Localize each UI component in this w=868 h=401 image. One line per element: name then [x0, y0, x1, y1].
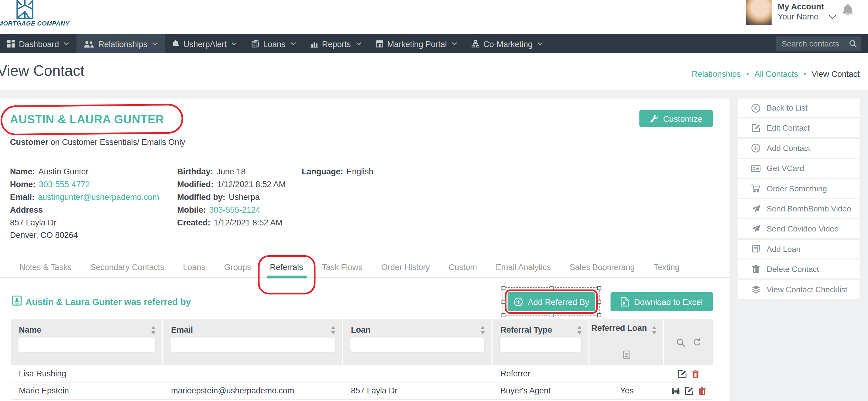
excel-file-icon	[621, 297, 629, 306]
account-user-name: Your Name	[778, 11, 818, 21]
customize-button[interactable]: Customize	[639, 110, 713, 127]
sort-asc-icon	[652, 326, 656, 329]
breadcrumb-all-contacts[interactable]: All Contacts	[754, 69, 798, 79]
action-send-bombbomb-video[interactable]: Send BombBomb Video	[738, 199, 860, 218]
edit-icon[interactable]	[685, 387, 693, 395]
circle-plus-icon	[514, 297, 523, 306]
back-circle-icon	[751, 103, 761, 113]
customize-label: Customize	[663, 114, 703, 123]
nav-item-usherpalert[interactable]: UsherpAlert	[165, 34, 244, 53]
account-chevron-down-icon[interactable]	[829, 14, 836, 19]
notifications-bell-icon[interactable]	[842, 4, 854, 17]
send-icon	[751, 205, 761, 213]
nav-item-dashboard[interactable]: Dashboard	[0, 34, 76, 53]
tab-sales-boomerang[interactable]: Sales Boomerang	[570, 260, 635, 278]
user-avatar[interactable]	[746, 0, 772, 25]
view-loan-binoculars-icon[interactable]	[672, 387, 680, 394]
cell-actions	[664, 365, 713, 382]
add-referred-by-button[interactable]: Add Referred By	[508, 292, 595, 311]
tab-task-flows[interactable]: Task Flows	[322, 260, 362, 278]
detail-label: Language:	[302, 166, 343, 176]
trash-icon	[751, 265, 761, 273]
tab-referrals[interactable]: Referrals	[270, 260, 303, 278]
sort-toggle[interactable]	[331, 326, 335, 334]
breadcrumb-relationships[interactable]: Relationships	[692, 69, 741, 79]
referred-loan-filter-icon[interactable]	[623, 350, 630, 359]
filter-email-input[interactable]	[170, 337, 335, 353]
delete-icon[interactable]	[699, 387, 706, 395]
action-edit-contact[interactable]: Edit Contact	[738, 119, 860, 137]
action-get-vcard[interactable]: Get VCard	[738, 159, 860, 178]
company-name: MORTGAGE COMPANY	[0, 20, 69, 27]
action-label: Order Something	[767, 184, 827, 193]
sort-toggle[interactable]	[652, 326, 656, 334]
action-add-contact[interactable]: Add Contact	[738, 139, 860, 158]
action-send-covideo-video[interactable]: Send Covideo Video	[738, 219, 860, 238]
nav-item-reports[interactable]: Reports	[303, 34, 369, 53]
bar-chart-icon	[310, 40, 318, 48]
nav-item-marketing-portal[interactable]: Marketing Portal	[369, 34, 465, 53]
table-row[interactable]: Lisa Rushing Referrer	[11, 365, 713, 382]
action-label: Add Contact	[767, 144, 810, 153]
contact-actions-sidebar: Back to List Edit Contact Add Contact Ge…	[738, 98, 860, 300]
cell-loan: 857 Layla Dr	[343, 382, 493, 399]
table-row[interactable]: Marie Epstein marieepstein@usherpademo.c…	[11, 382, 713, 399]
layers-icon	[751, 285, 761, 293]
action-back-to-list[interactable]: Back to List	[738, 98, 860, 117]
tab-notes-tasks[interactable]: Notes & Tasks	[20, 260, 72, 278]
detail-label: Modified:	[177, 179, 214, 189]
nav-label: Relationships	[98, 39, 147, 48]
action-add-loan[interactable]: Add Loan	[738, 239, 860, 258]
page-title: View Contact	[0, 63, 85, 80]
edit-icon[interactable]	[678, 369, 687, 378]
filter-name-input[interactable]	[18, 337, 156, 353]
wrench-icon	[650, 114, 658, 122]
referred-by-section-title: Austin & Laura Gunter was referred by	[26, 297, 191, 307]
cell-referral-type: Buyer's Agent	[493, 382, 589, 399]
cell-actions	[664, 382, 713, 399]
sort-asc-icon	[577, 326, 582, 329]
action-delete-contact[interactable]: Delete Contact	[738, 260, 860, 279]
action-order-something[interactable]: Order Something	[738, 179, 860, 198]
filter-loan-input[interactable]	[350, 337, 485, 353]
filter-referral-type-input[interactable]	[499, 337, 582, 353]
address-line-1: 857 Layla Dr	[10, 217, 57, 227]
tab-custom[interactable]: Custom	[449, 260, 477, 278]
tab-secondary-contacts[interactable]: Secondary Contacts	[91, 260, 164, 278]
detail-label: Email:	[10, 192, 35, 202]
action-label: Back to List	[767, 103, 807, 113]
detail-label: Birthday:	[177, 166, 213, 176]
tab-order-history[interactable]: Order History	[381, 260, 430, 278]
action-label: Send BombBomb Video	[767, 204, 851, 213]
search-contacts-input[interactable]	[776, 36, 850, 51]
tab-texting[interactable]: Texting	[653, 260, 679, 278]
chevron-down-icon	[64, 42, 69, 45]
company-logo-icon	[16, 0, 34, 20]
sort-toggle[interactable]	[151, 326, 156, 334]
detail-label: Modified by:	[177, 192, 225, 202]
tab-email-analytics[interactable]: Email Analytics	[496, 260, 551, 278]
sort-toggle[interactable]	[577, 326, 582, 334]
sort-toggle[interactable]	[480, 326, 485, 334]
active-tab-underline	[267, 276, 306, 278]
nav-item-co-marketing[interactable]: Co-Marketing	[465, 34, 550, 53]
tab-groups[interactable]: Groups	[224, 260, 251, 278]
contact-card: AUSTIN & LAURA GUNTER Customer on Custom…	[0, 98, 730, 401]
email-link[interactable]: austingunter@usherpademo.com	[38, 192, 159, 202]
search-icon[interactable]	[849, 40, 857, 48]
documents-icon	[751, 245, 761, 253]
home-phone-link[interactable]: 303-555-4772	[39, 179, 90, 189]
table-search-icon[interactable]	[676, 338, 685, 347]
mobile-phone-link[interactable]: 303-555-2124	[209, 205, 260, 214]
table-refresh-icon[interactable]	[693, 338, 701, 346]
account-title[interactable]: My Account	[778, 2, 824, 11]
breadcrumb-current: View Contact	[811, 69, 860, 79]
contact-tabs: Notes & Tasks Secondary Contacts Loans G…	[0, 260, 730, 278]
action-view-contact-checklist[interactable]: View Contact Checklist	[738, 280, 860, 299]
tab-loans[interactable]: Loans	[183, 260, 206, 278]
nav-item-relationships[interactable]: Relationships	[76, 34, 165, 53]
nav-item-loans[interactable]: Loans	[244, 34, 303, 53]
download-to-excel-button[interactable]: Download to Excel	[611, 292, 713, 311]
edit-icon	[751, 124, 761, 132]
delete-icon[interactable]	[692, 369, 699, 378]
